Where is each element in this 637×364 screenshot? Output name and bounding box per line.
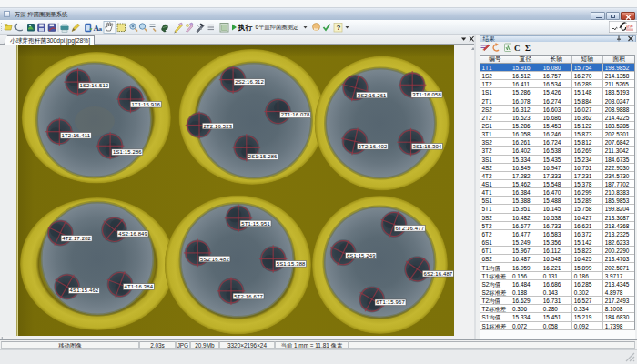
- svg-text:5T1:15.951: 5T1:15.951: [241, 221, 270, 227]
- svg-text:1S2:16.512: 1S2:16.512: [80, 83, 109, 88]
- svg-text:6S1:15.249: 6S1:15.249: [347, 253, 376, 258]
- svg-text:6S2:16.487: 6S2:16.487: [424, 271, 453, 277]
- svg-text:4T1:16.384: 4T1:16.384: [125, 284, 154, 289]
- svg-text:6T2:16.477: 6T2:16.477: [395, 226, 424, 231]
- svg-text:3S2:16.261: 3S2:16.261: [358, 93, 387, 98]
- svg-text:5S1:15.388: 5S1:15.388: [277, 261, 306, 267]
- svg-text:C: C: [514, 44, 521, 53]
- svg-text:5T2:16.677: 5T2:16.677: [234, 294, 263, 299]
- svg-text:6T1:15.967: 6T1:15.967: [376, 299, 405, 305]
- svg-text:1T1:15.916: 1T1:15.916: [131, 102, 160, 107]
- svg-text:执行: 执行: [238, 24, 253, 32]
- svg-text:软件: 软件: [626, 25, 633, 29]
- svg-text:2S1:15.286: 2S1:15.286: [248, 154, 278, 159]
- svg-text:5S2:16.482: 5S2:16.482: [200, 257, 229, 262]
- svg-text:?: ?: [337, 24, 341, 32]
- svg-text:1S1:15.286: 1S1:15.286: [113, 149, 142, 155]
- svg-text:1T2:16.411: 1T2:16.411: [62, 133, 91, 138]
- svg-text:4T2:17.282: 4T2:17.282: [62, 236, 91, 241]
- svg-text:3S1:15.304: 3S1:15.304: [413, 144, 442, 149]
- svg-text:4S2:16.849: 4S2:16.849: [118, 231, 147, 237]
- svg-text:4S1:15.462: 4S1:15.462: [70, 288, 99, 293]
- svg-text:3T2:16.402: 3T2:16.402: [359, 144, 388, 149]
- svg-text:a: a: [99, 25, 103, 33]
- svg-text:2S2:16.312: 2S2:16.312: [235, 79, 264, 85]
- svg-text:Σ: Σ: [525, 44, 531, 53]
- svg-text:2T2:16.523: 2T2:16.523: [204, 124, 233, 129]
- svg-text:6平皿抑菌圈测定: 6平皿抑菌圈测定: [256, 24, 299, 31]
- svg-text:3T1:16.058: 3T1:16.058: [412, 92, 441, 97]
- svg-text:2T1:16.078: 2T1:16.078: [281, 112, 310, 117]
